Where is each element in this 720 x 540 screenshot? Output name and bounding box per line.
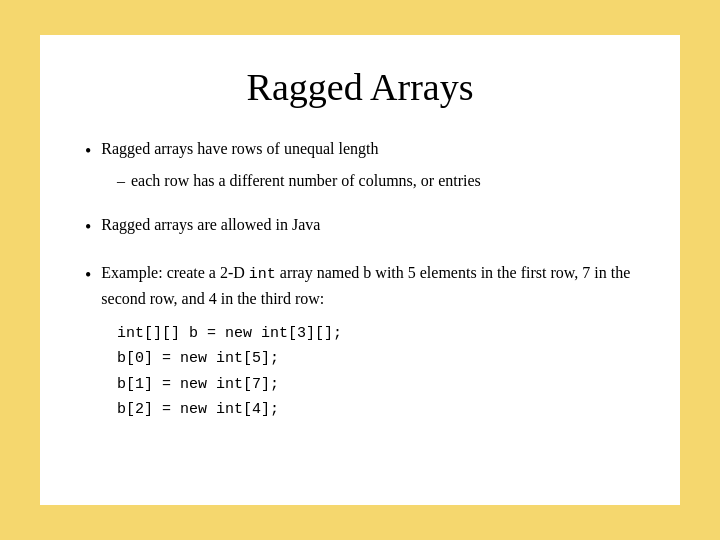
code-line-1: int[][] b = new int[3][]; xyxy=(117,321,635,347)
code-block: int[][] b = new int[3][]; b[0] = new int… xyxy=(117,321,635,423)
bullet-dot-1: • xyxy=(85,138,91,165)
slide-container: Ragged Arrays • Ragged arrays have rows … xyxy=(40,35,680,505)
bullet-text-3: Example: create a 2-D int array named b … xyxy=(101,261,635,311)
bullet-main-2: • Ragged arrays are allowed in Java xyxy=(85,213,635,241)
bullet-sub-text-1: each row has a different number of colum… xyxy=(131,172,481,189)
bullet-dot-2: • xyxy=(85,214,91,241)
bullet-inline-code: int xyxy=(249,266,276,283)
bullet-item-1: • Ragged arrays have rows of unequal len… xyxy=(85,137,635,193)
slide-content: • Ragged arrays have rows of unequal len… xyxy=(85,137,635,423)
bullet-item-3: • Example: create a 2-D int array named … xyxy=(85,261,635,423)
bullet-main-3: • Example: create a 2-D int array named … xyxy=(85,261,635,311)
code-line-3: b[1] = new int[7]; xyxy=(117,372,635,398)
bullet-main-1: • Ragged arrays have rows of unequal len… xyxy=(85,137,635,165)
bullet-item-2: • Ragged arrays are allowed in Java xyxy=(85,213,635,241)
bullet-text-2: Ragged arrays are allowed in Java xyxy=(101,213,320,237)
dash-icon-1: – xyxy=(117,172,125,189)
bullet-text-1: Ragged arrays have rows of unequal lengt… xyxy=(101,137,378,161)
code-line-4: b[2] = new int[4]; xyxy=(117,397,635,423)
code-line-2: b[0] = new int[5]; xyxy=(117,346,635,372)
bullet-sub-1: –each row has a different number of colu… xyxy=(117,169,635,193)
bullet-text-pre: Example: create a 2-D xyxy=(101,264,248,281)
bullet-dot-3: • xyxy=(85,262,91,289)
slide-title: Ragged Arrays xyxy=(85,65,635,109)
